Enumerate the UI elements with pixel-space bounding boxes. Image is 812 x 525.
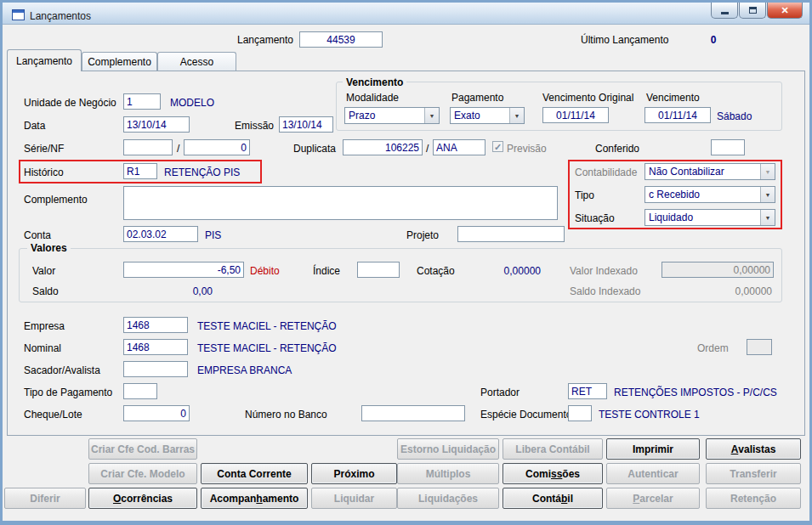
situacao-label: Situação [575,212,615,224]
button-proximo[interactable]: Próximo [311,463,397,484]
pagamento-value: Exato [451,110,509,121]
valor-indexado-input [662,262,774,278]
window-title: Lançamentos [30,10,91,22]
chevron-down-icon[interactable]: ▼ [760,210,775,225]
duplicata-separator: / [426,143,429,155]
empresa-input[interactable] [123,317,188,333]
valor-label: Valor [32,265,55,277]
duplicata-input[interactable] [343,139,423,155]
chevron-down-icon: ▼ [760,164,775,179]
unidade-negocio-label: Unidade de Negócio [24,97,116,109]
indice-input[interactable] [357,262,400,278]
button-imprimir[interactable]: Imprimir [606,438,700,460]
nominal-label: Nominal [24,342,61,354]
tipo-pagamento-input[interactable] [123,383,157,399]
complemento-label: Complemento [24,194,88,206]
button-avalistas[interactable]: Avalistas [706,438,801,460]
conta-input[interactable] [123,226,198,242]
tipo-value: c Recebido [645,189,760,200]
historico-label: Histórico [24,167,64,178]
titlebar: Lançamentos [3,3,809,25]
especie-documento-desc: TESTE CONTROLE 1 [599,409,700,421]
sacador-avalista-input[interactable] [123,361,188,377]
button-contabil[interactable]: Contábil [503,488,603,509]
window: Lançamentos ✕ Lançamento Último Lançamen… [0,0,812,525]
unidade-negocio-desc: MODELO [170,97,214,109]
portador-desc: RETENÇÕES IMPOSTOS - P/C/CS [614,387,777,398]
conta-label: Conta [24,229,51,241]
empresa-desc: TESTE MACIEL - RETENÇÃO [197,320,337,332]
vencimento-original-input[interactable] [542,107,609,123]
button-autenticar: Autenticar [606,463,700,484]
chevron-down-icon[interactable]: ▼ [424,108,439,123]
cheque-lote-input[interactable] [123,405,190,421]
contabilidade-select: Não Contabilizar ▼ [644,163,775,180]
saldo-indexado-label: Saldo Indexado [570,285,640,297]
button-acompanhamento[interactable]: Acompanhamento [201,488,308,509]
portador-input[interactable] [568,383,607,399]
button-parcelar: Parcelar [606,488,700,509]
emissao-input[interactable] [279,116,333,133]
duplicata-label: Duplicata [293,143,336,155]
app-icon [12,9,25,20]
tipo-select[interactable]: c Recebido ▼ [644,186,775,203]
unidade-negocio-input[interactable] [123,93,161,110]
minimize-button[interactable] [711,3,738,19]
historico-input[interactable] [123,163,157,179]
nominal-input[interactable] [123,339,188,355]
sacador-avalista-label: Sacador/Avalista [24,364,100,376]
chevron-down-icon[interactable]: ▼ [509,108,524,123]
button-ocorrencias[interactable]: Ocorrências [88,488,197,509]
modalidade-select[interactable]: Prazo ▼ [344,107,440,124]
chevron-down-icon[interactable]: ▼ [760,187,775,202]
vencimento-input[interactable] [644,107,711,123]
serie-nf-number-input[interactable] [184,139,250,155]
pagamento-select[interactable]: Exato ▼ [450,107,525,124]
contabilidade-value: Não Contabilizar [645,166,760,178]
button-transferir: Transferir [706,463,801,484]
serie-nf-input[interactable] [123,139,173,155]
lancamento-number-label: Lançamento [196,34,293,46]
valor-input[interactable] [123,262,244,278]
tab-lancamento[interactable]: Lançamento [7,49,82,71]
duplicata-suffix-input[interactable] [433,139,485,155]
situacao-value: Liquidado [645,212,760,223]
button-liquidacoes: Liquidações [397,488,499,509]
previsao-checkbox: ✓ [492,141,503,152]
tab-acesso[interactable]: Acesso [157,52,236,71]
cheque-lote-label: Cheque/Lote [24,409,82,421]
button-conta-corrente[interactable]: Conta Corrente [201,463,308,484]
previsao-label: Previsão [507,143,547,155]
conferido-input[interactable] [711,139,745,155]
minimize-icon [721,12,729,14]
complemento-textarea[interactable] [123,186,558,220]
numero-banco-label: Número no Banco [245,409,327,421]
empresa-label: Empresa [24,320,65,332]
projeto-label: Projeto [406,229,439,241]
numero-banco-input[interactable] [361,405,465,421]
saldo-indexado-value: 0,00000 [696,285,772,297]
cotacao-value: 0,00000 [476,265,541,277]
situacao-select[interactable]: Liquidado ▼ [644,209,775,226]
indice-label: Índice [313,265,340,277]
data-input[interactable] [123,116,190,133]
especie-documento-input[interactable] [568,405,592,421]
lancamento-number-input[interactable] [299,31,383,48]
projeto-input[interactable] [457,226,565,242]
button-comissoes[interactable]: Comissões [503,463,603,484]
ultimo-lancamento-value: 0 [700,34,727,46]
button-retencao: Retenção [706,488,801,509]
button-diferir: Diferir [4,488,86,509]
ordem-input [747,339,772,355]
vencimento-original-label: Vencimento Original [542,92,633,104]
maximize-button[interactable] [739,3,766,19]
tipo-label: Tipo [575,189,594,201]
button-multiplos: Múltiplos [397,463,499,484]
saldo-label: Saldo [32,285,59,297]
valores-group-title: Valores [27,242,71,254]
close-button[interactable]: ✕ [767,3,803,19]
modalidade-label: Modalidade [346,92,399,104]
tab-complemento[interactable]: Complemento [82,52,157,71]
vencimento-group-title: Vencimento [343,76,406,88]
sacador-avalista-desc: EMPRESA BRANCA [197,364,292,376]
